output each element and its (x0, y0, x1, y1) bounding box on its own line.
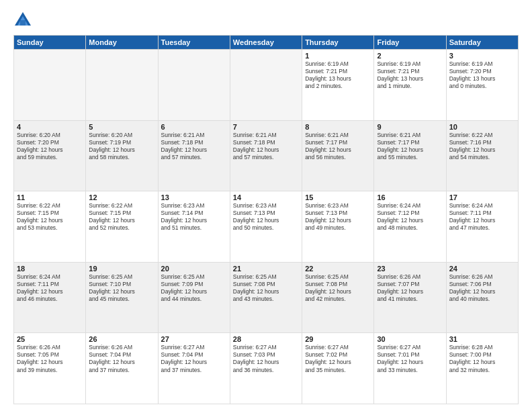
calendar-cell: 30Sunrise: 6:27 AM Sunset: 7:01 PM Dayli… (374, 333, 446, 404)
calendar-cell: 27Sunrise: 6:27 AM Sunset: 7:04 PM Dayli… (158, 333, 230, 404)
calendar-cell: 24Sunrise: 6:26 AM Sunset: 7:06 PM Dayli… (446, 262, 518, 333)
calendar-cell: 7Sunrise: 6:21 AM Sunset: 7:18 PM Daylig… (230, 120, 302, 191)
day-info: Sunrise: 6:26 AM Sunset: 7:06 PM Dayligh… (449, 273, 515, 303)
day-info: Sunrise: 6:24 AM Sunset: 7:12 PM Dayligh… (377, 202, 443, 232)
day-info: Sunrise: 6:27 AM Sunset: 7:01 PM Dayligh… (377, 344, 443, 373)
weekday-header: Saturday (446, 36, 518, 50)
day-number: 30 (377, 335, 443, 343)
day-info: Sunrise: 6:21 AM Sunset: 7:17 PM Dayligh… (305, 132, 371, 161)
day-info: Sunrise: 6:22 AM Sunset: 7:15 PM Dayligh… (17, 202, 83, 232)
day-number: 22 (305, 265, 371, 273)
calendar-cell: 16Sunrise: 6:24 AM Sunset: 7:12 PM Dayli… (374, 191, 446, 263)
day-number: 18 (17, 265, 83, 273)
week-row: 1Sunrise: 6:19 AM Sunset: 7:21 PM Daylig… (14, 50, 519, 121)
calendar-cell: 19Sunrise: 6:25 AM Sunset: 7:10 PM Dayli… (86, 262, 158, 333)
calendar-cell: 10Sunrise: 6:22 AM Sunset: 7:16 PM Dayli… (446, 120, 518, 191)
weekday-header: Monday (86, 36, 158, 50)
weekday-header: Wednesday (230, 36, 302, 50)
day-info: Sunrise: 6:21 AM Sunset: 7:18 PM Dayligh… (233, 132, 299, 161)
day-number: 1 (305, 52, 371, 60)
calendar-cell: 5Sunrise: 6:20 AM Sunset: 7:19 PM Daylig… (86, 120, 158, 191)
weekday-header: Thursday (302, 36, 374, 50)
day-info: Sunrise: 6:27 AM Sunset: 7:04 PM Dayligh… (161, 344, 227, 373)
weekday-header-row: SundayMondayTuesdayWednesdayThursdayFrid… (14, 36, 519, 50)
day-number: 13 (161, 193, 227, 201)
calendar-cell: 25Sunrise: 6:26 AM Sunset: 7:05 PM Dayli… (14, 333, 86, 404)
day-info: Sunrise: 6:22 AM Sunset: 7:15 PM Dayligh… (89, 202, 154, 232)
day-info: Sunrise: 6:20 AM Sunset: 7:20 PM Dayligh… (17, 132, 83, 161)
day-number: 20 (161, 265, 227, 273)
week-row: 18Sunrise: 6:24 AM Sunset: 7:11 PM Dayli… (14, 262, 519, 333)
day-number: 23 (377, 265, 443, 273)
calendar-cell: 31Sunrise: 6:28 AM Sunset: 7:00 PM Dayli… (446, 333, 518, 404)
calendar-cell: 1Sunrise: 6:19 AM Sunset: 7:21 PM Daylig… (302, 50, 374, 121)
day-number: 10 (449, 123, 515, 131)
day-info: Sunrise: 6:25 AM Sunset: 7:08 PM Dayligh… (233, 273, 299, 303)
day-number: 5 (89, 123, 154, 131)
calendar-cell: 3Sunrise: 6:19 AM Sunset: 7:20 PM Daylig… (446, 50, 518, 121)
week-row: 11Sunrise: 6:22 AM Sunset: 7:15 PM Dayli… (14, 191, 519, 263)
day-info: Sunrise: 6:23 AM Sunset: 7:14 PM Dayligh… (161, 202, 227, 232)
day-number: 2 (377, 52, 443, 60)
calendar-cell: 2Sunrise: 6:19 AM Sunset: 7:21 PM Daylig… (374, 50, 446, 121)
day-info: Sunrise: 6:23 AM Sunset: 7:13 PM Dayligh… (233, 202, 299, 232)
day-info: Sunrise: 6:19 AM Sunset: 7:20 PM Dayligh… (449, 60, 515, 90)
weekday-header: Friday (374, 36, 446, 50)
calendar-cell: 21Sunrise: 6:25 AM Sunset: 7:08 PM Dayli… (230, 262, 302, 333)
calendar-cell (14, 50, 86, 121)
day-info: Sunrise: 6:25 AM Sunset: 7:09 PM Dayligh… (161, 273, 227, 303)
day-number: 15 (305, 193, 371, 201)
day-number: 27 (161, 335, 227, 343)
day-number: 8 (305, 123, 371, 131)
day-info: Sunrise: 6:27 AM Sunset: 7:03 PM Dayligh… (233, 344, 299, 373)
day-info: Sunrise: 6:19 AM Sunset: 7:21 PM Dayligh… (305, 60, 371, 90)
day-number: 24 (449, 265, 515, 273)
weekday-header: Tuesday (158, 36, 230, 50)
day-info: Sunrise: 6:26 AM Sunset: 7:04 PM Dayligh… (89, 344, 154, 373)
calendar-cell (158, 50, 230, 121)
calendar-cell: 8Sunrise: 6:21 AM Sunset: 7:17 PM Daylig… (302, 120, 374, 191)
day-info: Sunrise: 6:24 AM Sunset: 7:11 PM Dayligh… (449, 202, 515, 232)
calendar-cell: 17Sunrise: 6:24 AM Sunset: 7:11 PM Dayli… (446, 191, 518, 263)
calendar-cell (86, 50, 158, 121)
day-info: Sunrise: 6:27 AM Sunset: 7:02 PM Dayligh… (305, 344, 371, 373)
calendar-cell: 29Sunrise: 6:27 AM Sunset: 7:02 PM Dayli… (302, 333, 374, 404)
page: SundayMondayTuesdayWednesdayThursdayFrid… (0, 0, 532, 411)
day-number: 7 (233, 123, 299, 131)
calendar-cell: 4Sunrise: 6:20 AM Sunset: 7:20 PM Daylig… (14, 120, 86, 191)
day-number: 28 (233, 335, 299, 343)
week-row: 4Sunrise: 6:20 AM Sunset: 7:20 PM Daylig… (14, 120, 519, 191)
logo-icon (13, 11, 32, 30)
day-number: 9 (377, 123, 443, 131)
calendar-cell: 13Sunrise: 6:23 AM Sunset: 7:14 PM Dayli… (158, 191, 230, 263)
day-info: Sunrise: 6:23 AM Sunset: 7:13 PM Dayligh… (305, 202, 371, 232)
calendar-cell: 9Sunrise: 6:21 AM Sunset: 7:17 PM Daylig… (374, 120, 446, 191)
day-number: 21 (233, 265, 299, 273)
svg-rect-2 (20, 20, 26, 26)
day-number: 29 (305, 335, 371, 343)
week-row: 25Sunrise: 6:26 AM Sunset: 7:05 PM Dayli… (14, 333, 519, 404)
day-info: Sunrise: 6:25 AM Sunset: 7:10 PM Dayligh… (89, 273, 154, 303)
calendar-cell (230, 50, 302, 121)
weekday-header: Sunday (14, 36, 86, 50)
day-info: Sunrise: 6:26 AM Sunset: 7:07 PM Dayligh… (377, 273, 443, 303)
day-info: Sunrise: 6:28 AM Sunset: 7:00 PM Dayligh… (449, 344, 515, 373)
day-info: Sunrise: 6:24 AM Sunset: 7:11 PM Dayligh… (17, 273, 83, 303)
day-info: Sunrise: 6:19 AM Sunset: 7:21 PM Dayligh… (377, 60, 443, 90)
day-number: 6 (161, 123, 227, 131)
calendar-table: SundayMondayTuesdayWednesdayThursdayFrid… (13, 35, 519, 404)
calendar-cell: 15Sunrise: 6:23 AM Sunset: 7:13 PM Dayli… (302, 191, 374, 263)
day-number: 11 (17, 193, 83, 201)
day-number: 19 (89, 265, 154, 273)
day-info: Sunrise: 6:26 AM Sunset: 7:05 PM Dayligh… (17, 344, 83, 373)
day-number: 31 (449, 335, 515, 343)
day-info: Sunrise: 6:20 AM Sunset: 7:19 PM Dayligh… (89, 132, 154, 161)
calendar-cell: 18Sunrise: 6:24 AM Sunset: 7:11 PM Dayli… (14, 262, 86, 333)
day-number: 26 (89, 335, 154, 343)
day-number: 16 (377, 193, 443, 201)
calendar-cell: 28Sunrise: 6:27 AM Sunset: 7:03 PM Dayli… (230, 333, 302, 404)
calendar-cell: 22Sunrise: 6:25 AM Sunset: 7:08 PM Dayli… (302, 262, 374, 333)
day-number: 4 (17, 123, 83, 131)
calendar-cell: 26Sunrise: 6:26 AM Sunset: 7:04 PM Dayli… (86, 333, 158, 404)
day-info: Sunrise: 6:21 AM Sunset: 7:18 PM Dayligh… (161, 132, 227, 161)
